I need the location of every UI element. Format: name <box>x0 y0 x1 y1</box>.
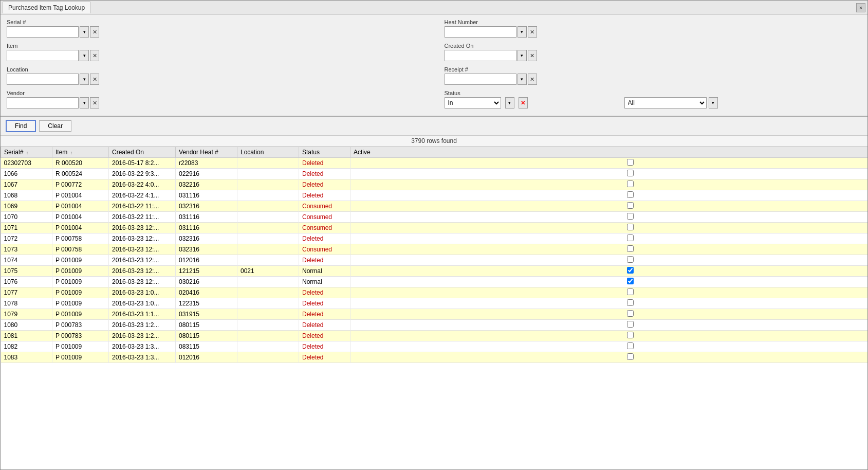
receipt-input[interactable] <box>445 74 516 85</box>
active-checkbox[interactable] <box>627 159 634 166</box>
table-row[interactable]: 1070 P 001004 2016-03-22 11:... 031116 C… <box>1 212 868 223</box>
table-row[interactable]: 1083 P 001009 2016-03-23 1:3... 012016 D… <box>1 352 868 363</box>
cell-active[interactable] <box>350 169 868 179</box>
active-checkbox[interactable] <box>627 245 634 252</box>
active-checkbox[interactable] <box>627 191 634 198</box>
table-row[interactable]: 1081 P 000783 2016-03-23 1:2... 080115 D… <box>1 331 868 341</box>
heat-clear-btn[interactable]: ✕ <box>528 26 537 38</box>
active-checkbox[interactable] <box>627 321 634 328</box>
active-checkbox[interactable] <box>627 332 634 338</box>
table-row[interactable]: 1071 P 001004 2016-03-23 12:... 031116 C… <box>1 223 868 233</box>
active-checkbox[interactable] <box>627 353 634 360</box>
status-clear-btn[interactable]: ✕ <box>519 97 528 109</box>
cell-active[interactable] <box>350 244 868 255</box>
location-dropdown-btn[interactable]: ▾ <box>80 74 89 85</box>
serial-input[interactable] <box>7 26 79 38</box>
vendor-dropdown-btn[interactable]: ▾ <box>80 97 89 109</box>
vendor-clear-btn[interactable]: ✕ <box>90 97 99 109</box>
col-active[interactable]: Active <box>350 147 868 158</box>
cell-active[interactable] <box>350 223 868 233</box>
active-checkbox[interactable] <box>627 213 634 220</box>
receipt-dropdown-btn[interactable]: ▾ <box>518 74 527 85</box>
created-input[interactable] <box>445 50 516 61</box>
col-location[interactable]: Location <box>237 147 299 158</box>
cell-status: Normal <box>299 266 350 277</box>
cell-active[interactable] <box>350 266 868 277</box>
cell-active[interactable] <box>350 320 868 331</box>
active-checkbox[interactable] <box>627 299 634 306</box>
table-row[interactable]: 1068 P 001004 2016-03-22 4:1... 031116 D… <box>1 190 868 201</box>
active-checkbox[interactable] <box>627 310 634 317</box>
col-vendor-heat[interactable]: Vendor Heat # <box>176 147 237 158</box>
active-checkbox[interactable] <box>627 170 634 176</box>
table-row[interactable]: 1078 P 001009 2016-03-23 1:0... 122315 D… <box>1 298 868 309</box>
all-dropdown-btn[interactable]: ▾ <box>709 97 718 109</box>
cell-active[interactable] <box>350 201 868 212</box>
location-input[interactable] <box>7 74 79 85</box>
table-row[interactable]: 1066 R 000524 2016-03-22 9:3... 022916 D… <box>1 169 868 179</box>
cell-active[interactable] <box>350 277 868 287</box>
cell-active[interactable] <box>350 255 868 266</box>
cell-active[interactable] <box>350 341 868 352</box>
active-checkbox[interactable] <box>627 288 634 295</box>
status-select[interactable]: In Out All <box>445 97 501 109</box>
col-status[interactable]: Status <box>299 147 350 158</box>
table-row[interactable]: 1077 P 001009 2016-03-23 1:0... 020416 D… <box>1 287 868 298</box>
cell-active[interactable] <box>350 190 868 201</box>
table-wrapper[interactable]: Serial# ↑ Item ↑ Created On Vendor Heat … <box>1 147 867 469</box>
item-input[interactable] <box>7 50 79 61</box>
active-checkbox[interactable] <box>627 224 634 230</box>
heat-input[interactable] <box>445 26 516 38</box>
table-row[interactable]: 1079 P 001009 2016-03-23 1:1... 031915 D… <box>1 309 868 320</box>
cell-active[interactable] <box>350 287 868 298</box>
cell-serial: 1073 <box>1 244 52 255</box>
cell-active[interactable] <box>350 233 868 244</box>
active-checkbox[interactable] <box>627 202 634 209</box>
table-row[interactable]: 1072 P 000758 2016-03-23 12:... 032316 D… <box>1 233 868 244</box>
item-dropdown-btn[interactable]: ▾ <box>80 50 89 61</box>
cell-status: Deleted <box>299 309 350 320</box>
active-checkbox[interactable] <box>627 234 634 241</box>
cell-active[interactable] <box>350 212 868 223</box>
active-checkbox[interactable] <box>627 256 634 263</box>
cell-created: 2016-03-22 11:... <box>109 212 176 223</box>
active-checkbox[interactable] <box>627 180 634 187</box>
table-row[interactable]: 1069 P 001004 2016-03-22 11:... 032316 C… <box>1 201 868 212</box>
active-checkbox[interactable] <box>627 342 634 349</box>
status-dropdown-btn[interactable]: ▾ <box>505 97 514 109</box>
cell-active[interactable] <box>350 179 868 190</box>
active-checkbox[interactable] <box>627 278 634 284</box>
cell-serial: 1072 <box>1 233 52 244</box>
cell-active[interactable] <box>350 309 868 320</box>
clear-button[interactable]: Clear <box>39 120 71 132</box>
table-row[interactable]: 1082 P 001009 2016-03-23 1:3... 083115 D… <box>1 341 868 352</box>
cell-active[interactable] <box>350 158 868 169</box>
receipt-clear-btn[interactable]: ✕ <box>528 74 537 85</box>
created-clear-btn[interactable]: ✕ <box>528 50 537 61</box>
table-row[interactable]: 1080 P 000783 2016-03-23 1:2... 080115 D… <box>1 320 868 331</box>
col-created[interactable]: Created On <box>109 147 176 158</box>
cell-active[interactable] <box>350 352 868 363</box>
table-row[interactable]: 1073 P 000758 2016-03-23 12:... 032316 C… <box>1 244 868 255</box>
col-item[interactable]: Item ↑ <box>52 147 109 158</box>
close-button[interactable]: × <box>856 3 865 12</box>
item-clear-btn[interactable]: ✕ <box>90 50 99 61</box>
cell-active[interactable] <box>350 298 868 309</box>
cell-active[interactable] <box>350 331 868 341</box>
table-row[interactable]: 1074 P 001009 2016-03-23 12:... 012016 D… <box>1 255 868 266</box>
serial-clear-btn[interactable]: ✕ <box>90 26 99 38</box>
created-dropdown-btn[interactable]: ▾ <box>518 50 527 61</box>
table-row[interactable]: 1075 P 001009 2016-03-23 12:... 121215 0… <box>1 266 868 277</box>
all-select[interactable]: All <box>624 97 707 109</box>
table-row[interactable]: 1076 P 001009 2016-03-23 12:... 030216 N… <box>1 277 868 287</box>
find-button[interactable]: Find <box>6 120 36 132</box>
serial-dropdown-btn[interactable]: ▾ <box>80 26 89 38</box>
vendor-input[interactable] <box>7 97 79 109</box>
active-checkbox[interactable] <box>627 267 634 274</box>
table-row[interactable]: 02302703 R 000520 2016-05-17 8:2... r220… <box>1 158 868 169</box>
table-row[interactable]: 1067 P 000772 2016-03-22 4:0... 032216 D… <box>1 179 868 190</box>
cell-location <box>237 352 299 363</box>
col-serial[interactable]: Serial# ↑ <box>1 147 52 158</box>
location-clear-btn[interactable]: ✕ <box>90 74 99 85</box>
heat-dropdown-btn[interactable]: ▾ <box>518 26 527 38</box>
